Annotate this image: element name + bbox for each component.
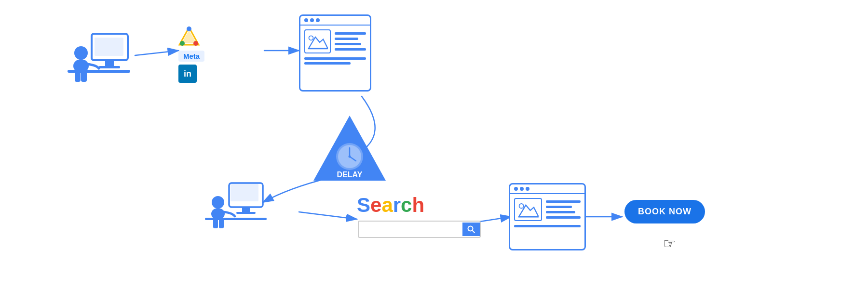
- browser-dot: [310, 18, 314, 22]
- browser-line: [335, 48, 366, 51]
- svg-point-23: [349, 156, 351, 158]
- search-letter-a: a: [381, 194, 393, 216]
- svg-rect-8: [75, 70, 81, 82]
- svg-rect-10: [95, 38, 123, 56]
- browser-line: [546, 211, 575, 213]
- svg-line-35: [473, 231, 475, 233]
- browser-line: [335, 38, 358, 40]
- person2-icon: [203, 178, 270, 238]
- browser-image-2: [514, 198, 542, 221]
- search-letter-e: e: [370, 194, 381, 216]
- svg-rect-3: [105, 60, 114, 66]
- svg-rect-16: [308, 48, 328, 50]
- browser-line: [335, 43, 361, 45]
- browser-dot: [520, 187, 524, 191]
- svg-point-13: [180, 41, 185, 46]
- search-input[interactable]: [359, 223, 462, 235]
- svg-rect-9: [81, 70, 87, 82]
- google-ads-icon: [178, 26, 200, 48]
- svg-rect-33: [231, 184, 258, 201]
- book-now-button[interactable]: BOOK NOW: [624, 200, 705, 223]
- svg-text:DELAY: DELAY: [337, 171, 363, 179]
- browser-titlebar-2: [510, 184, 584, 194]
- browser-line: [546, 206, 572, 208]
- ad-logos-group: Meta in: [178, 26, 204, 83]
- linkedin-logo: in: [178, 65, 197, 83]
- search-icon: [467, 225, 475, 233]
- browser-window-2: [509, 183, 586, 250]
- browser-line: [514, 225, 581, 227]
- browser-body-1: [300, 26, 370, 57]
- person1-icon: [63, 26, 135, 91]
- search-letter-S: S: [357, 194, 370, 216]
- svg-point-6: [74, 46, 88, 60]
- browser-line: [304, 57, 366, 60]
- cursor-hand-icon: ☞: [663, 235, 676, 252]
- browser-dot: [316, 18, 320, 22]
- meta-logo: Meta: [178, 51, 204, 62]
- browser-lines-2: [546, 198, 581, 221]
- svg-rect-4: [99, 66, 120, 68]
- browser-dot: [514, 187, 518, 191]
- delay-element: DELAY: [311, 113, 388, 183]
- svg-rect-36: [518, 216, 539, 218]
- browser-titlebar-1: [300, 16, 370, 26]
- delay-triangle-svg: DELAY: [311, 113, 388, 183]
- search-button[interactable]: [462, 223, 480, 236]
- browser-extra-lines: [300, 57, 370, 68]
- browser-lines-1: [335, 29, 366, 53]
- browser-dot: [526, 187, 529, 191]
- search-letter-c: c: [401, 194, 412, 216]
- search-letter-r: r: [393, 194, 401, 216]
- svg-point-29: [212, 196, 224, 209]
- browser-line: [304, 62, 351, 65]
- browser-dot: [304, 18, 308, 22]
- browser-extra-lines-2: [510, 225, 584, 230]
- svg-point-15: [193, 41, 198, 46]
- svg-rect-26: [242, 207, 250, 212]
- svg-point-37: [519, 204, 524, 208]
- browser-line: [335, 32, 366, 35]
- search-letter-h: h: [412, 194, 424, 216]
- svg-rect-31: [213, 218, 218, 228]
- svg-point-14: [187, 26, 191, 31]
- browser-body-2: [510, 194, 584, 225]
- search-bar[interactable]: [358, 221, 481, 238]
- browser-line: [546, 216, 581, 219]
- svg-rect-27: [236, 212, 256, 214]
- browser-window-1: [299, 14, 371, 92]
- browser-image-1: [304, 29, 331, 53]
- browser-line: [546, 200, 581, 203]
- svg-point-17: [309, 36, 313, 40]
- diagram-canvas: Meta in: [0, 0, 868, 289]
- search-word: Search: [357, 195, 424, 215]
- svg-rect-32: [219, 218, 224, 228]
